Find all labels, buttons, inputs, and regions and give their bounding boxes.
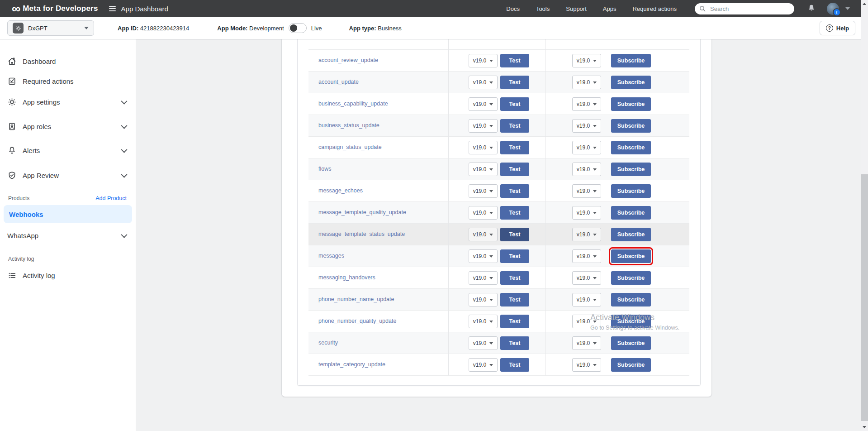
subscribe-button[interactable]: Subscribe <box>611 184 651 198</box>
webhook-field-link[interactable]: message_template_quality_update <box>318 202 406 223</box>
subscribe-version-dropdown[interactable]: v19.0 <box>572 249 601 263</box>
subscribe-button[interactable]: Subscribe <box>611 358 651 372</box>
test-button[interactable]: Test <box>500 228 529 241</box>
nav-link-support[interactable]: Support <box>566 5 587 12</box>
test-button[interactable]: Test <box>500 54 529 67</box>
test-version-dropdown[interactable]: v19.0 <box>469 228 498 241</box>
webhook-field-link[interactable]: campaign_status_update <box>318 137 382 158</box>
test-button[interactable]: Test <box>500 358 529 372</box>
subscribe-button[interactable]: Subscribe <box>611 271 651 285</box>
subscribe-version-dropdown[interactable]: v19.0 <box>572 206 601 220</box>
test-version-dropdown[interactable]: v19.0 <box>469 141 498 154</box>
sidebar-item-alerts[interactable]: Alerts <box>0 140 136 160</box>
webhook-field-link[interactable]: flows <box>318 158 331 180</box>
app-selector[interactable]: DxGPT <box>7 20 94 36</box>
scrollbar-down-arrow[interactable] <box>863 426 866 428</box>
subscribe-button[interactable]: Subscribe <box>611 141 651 154</box>
test-button[interactable]: Test <box>500 315 529 328</box>
sidebar-item-app-settings[interactable]: App settings <box>0 92 136 112</box>
subscribe-version-dropdown[interactable]: v19.0 <box>572 76 601 89</box>
help-button[interactable]: ? Help <box>820 21 855 35</box>
test-version-dropdown[interactable]: v19.0 <box>469 249 498 263</box>
webhook-field-link[interactable]: security <box>318 332 338 354</box>
test-version-dropdown[interactable]: v19.0 <box>469 54 498 67</box>
webhook-field-link[interactable]: business_status_update <box>318 115 379 136</box>
test-button[interactable]: Test <box>500 336 529 350</box>
search-input[interactable] <box>709 5 779 13</box>
sidebar-item-webhooks[interactable]: Webhooks <box>4 205 132 223</box>
nav-link-docs[interactable]: Docs <box>506 5 520 12</box>
test-button[interactable]: Test <box>500 119 529 133</box>
nav-link-apps[interactable]: Apps <box>603 5 617 12</box>
test-button[interactable]: Test <box>500 97 529 111</box>
sidebar-item-app-roles[interactable]: App roles <box>0 116 136 136</box>
nav-link-required-actions[interactable]: Required actions <box>632 5 677 12</box>
app-mode-toggle[interactable] <box>289 23 307 33</box>
webhook-field-link[interactable]: messaging_handovers <box>318 267 375 288</box>
profile-menu[interactable]: f <box>827 3 839 15</box>
sidebar-item-activity-log[interactable]: Activity log <box>0 265 136 285</box>
scrollbar-thumb[interactable] <box>861 174 868 421</box>
webhook-field-link[interactable]: business_capability_update <box>318 93 388 115</box>
subscribe-button[interactable]: Subscribe <box>611 163 651 176</box>
test-version-dropdown[interactable]: v19.0 <box>469 358 498 372</box>
add-product-link[interactable]: Add Product <box>95 195 127 201</box>
webhook-field-link[interactable]: template_category_update <box>318 354 385 375</box>
webhook-field-link[interactable]: message_template_status_update <box>318 224 405 245</box>
test-version-dropdown[interactable]: v19.0 <box>469 206 498 220</box>
meta-logo[interactable]: ∞ Meta for Developers <box>12 3 98 14</box>
sidebar-item-whatsapp[interactable]: WhatsApp <box>0 225 136 245</box>
test-button[interactable]: Test <box>500 271 529 285</box>
subscribe-button[interactable]: Subscribe <box>611 228 651 241</box>
test-version-dropdown[interactable]: v19.0 <box>469 163 498 176</box>
test-button[interactable]: Test <box>500 184 529 198</box>
subscribe-version-dropdown[interactable]: v19.0 <box>572 54 601 67</box>
test-version-dropdown[interactable]: v19.0 <box>469 336 498 350</box>
subscribe-button[interactable]: Subscribe <box>611 97 651 111</box>
subscribe-version-dropdown[interactable]: v19.0 <box>572 336 601 350</box>
scrollbar-up-arrow[interactable] <box>863 3 866 5</box>
search-box[interactable] <box>695 3 794 14</box>
webhook-field-link[interactable]: phone_number_quality_update <box>318 311 396 332</box>
test-button[interactable]: Test <box>500 141 529 154</box>
subscribe-button[interactable]: Subscribe <box>611 336 651 350</box>
subscribe-button[interactable]: Subscribe <box>611 293 651 306</box>
test-button[interactable]: Test <box>500 206 529 220</box>
subscribe-version-dropdown[interactable]: v19.0 <box>572 271 601 285</box>
sidebar-item-required-actions[interactable]: Required actions <box>0 71 136 91</box>
subscribe-version-dropdown[interactable]: v19.0 <box>572 358 601 372</box>
subscribe-button[interactable]: Subscribe <box>611 249 651 263</box>
webhook-field-link[interactable]: account_review_update <box>318 50 378 71</box>
webhook-field-link[interactable]: message_echoes <box>318 180 363 201</box>
sidebar-item-app-review[interactable]: App Review <box>0 165 136 185</box>
subscribe-version-dropdown[interactable]: v19.0 <box>572 119 601 133</box>
test-version-dropdown[interactable]: v19.0 <box>469 76 498 89</box>
subscribe-button[interactable]: Subscribe <box>611 54 651 67</box>
profile-caret-icon[interactable] <box>845 7 850 10</box>
subscribe-version-dropdown[interactable]: v19.0 <box>572 293 601 306</box>
subscribe-version-dropdown[interactable]: v19.0 <box>572 141 601 154</box>
test-button[interactable]: Test <box>500 76 529 89</box>
webhook-field-link[interactable]: phone_number_name_update <box>318 289 394 310</box>
subscribe-version-dropdown[interactable]: v19.0 <box>572 228 601 241</box>
notifications-button[interactable] <box>807 4 816 13</box>
subscribe-version-dropdown[interactable]: v19.0 <box>572 184 601 198</box>
sidebar-item-dashboard[interactable]: Dashboard <box>0 51 136 71</box>
webhook-field-link[interactable]: messages <box>318 245 344 267</box>
vertical-scrollbar[interactable] <box>861 0 868 431</box>
test-version-dropdown[interactable]: v19.0 <box>469 184 498 198</box>
subscribe-button[interactable]: Subscribe <box>611 119 651 133</box>
subscribe-button[interactable]: Subscribe <box>611 76 651 89</box>
subscribe-button[interactable]: Subscribe <box>611 206 651 220</box>
test-button[interactable]: Test <box>500 293 529 306</box>
webhook-field-link[interactable]: account_update <box>318 72 359 93</box>
nav-link-tools[interactable]: Tools <box>536 5 550 12</box>
test-button[interactable]: Test <box>500 249 529 263</box>
test-version-dropdown[interactable]: v19.0 <box>469 97 498 111</box>
test-version-dropdown[interactable]: v19.0 <box>469 293 498 306</box>
subscribe-version-dropdown[interactable]: v19.0 <box>572 97 601 111</box>
app-dashboard-nav[interactable]: App Dashboard <box>109 5 168 13</box>
test-version-dropdown[interactable]: v19.0 <box>469 315 498 328</box>
test-version-dropdown[interactable]: v19.0 <box>469 271 498 285</box>
test-button[interactable]: Test <box>500 163 529 176</box>
